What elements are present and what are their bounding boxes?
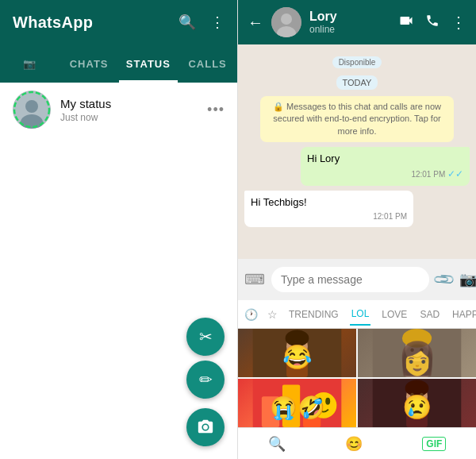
keyboard-icon[interactable]: ⌨ [244, 271, 265, 288]
status-time: Just now [60, 112, 207, 123]
gif-panel: 🕐 ☆ TRENDING LOL LOVE SAD HAPPY [238, 300, 476, 459]
scissors-fab[interactable]: ✂ [186, 318, 225, 356]
svg-point-10 [286, 330, 309, 346]
message-bubble-in: Hi Techbigs! 12:01 PM [244, 191, 413, 227]
svg-point-3 [14, 92, 49, 127]
list-item[interactable]: My status Just now ••• [0, 83, 237, 137]
status-list: My status Just now ••• [0, 83, 237, 316]
gif-tabs: 🕐 ☆ TRENDING LOL LOVE SAD HAPPY [238, 300, 476, 329]
tab-calls[interactable]: CALLS [178, 44, 237, 83]
svg-rect-30 [406, 407, 428, 427]
voice-call-icon[interactable] [425, 14, 440, 31]
status-info: My status Just now [60, 97, 207, 123]
left-header-icons: 🔍 ⋮ [178, 14, 225, 31]
chat-contact-name: Lory [309, 10, 390, 24]
tabs-bar: 📷 CHATS STATUS CALLS [0, 44, 237, 83]
svg-point-33 [420, 393, 423, 398]
svg-point-5 [281, 14, 292, 25]
svg-point-19 [420, 349, 423, 352]
chat-header: ← Lory online ⋮ [238, 0, 476, 44]
pencil-fab[interactable]: ✏ [186, 361, 225, 399]
chat-contact-info: Lory online [309, 10, 390, 35]
tab-status[interactable]: STATUS [119, 44, 178, 83]
svg-point-16 [402, 329, 432, 348]
input-bar: ⌨ 📎 📷 [238, 259, 476, 300]
svg-point-11 [291, 345, 294, 350]
video-call-icon[interactable] [398, 13, 414, 32]
message-ticks: ✓✓ [447, 168, 463, 179]
message-time: 12:01 PM [251, 211, 407, 222]
svg-point-34 [408, 398, 411, 405]
avatar [13, 91, 51, 129]
system-message[interactable]: 🔒 Messages to this chat and calls are no… [260, 96, 454, 142]
chat-body: Disponible TODAY 🔒 Messages to this chat… [238, 44, 476, 259]
svg-rect-23 [303, 399, 321, 427]
message-bubble-out: Hi Lory 12:01 PM ✓✓ [301, 147, 470, 186]
camera-input-icon[interactable]: 📷 [459, 271, 476, 288]
gif-item[interactable] [238, 329, 356, 377]
gif-grid [238, 329, 476, 427]
chat-contact-status: online [309, 24, 390, 35]
svg-point-12 [299, 345, 302, 350]
gif-item[interactable] [358, 329, 476, 377]
gif-bottom-bar: 🔍 😊 GIF [238, 427, 476, 459]
svg-rect-13 [293, 353, 301, 357]
gif-star-icon[interactable]: ☆ [267, 308, 278, 321]
message-input[interactable] [271, 267, 429, 292]
back-button[interactable]: ← [248, 14, 263, 32]
left-header: WhatsApp 🔍 ⋮ [0, 0, 237, 44]
menu-icon[interactable]: ⋮ [210, 14, 225, 31]
svg-point-18 [410, 349, 413, 352]
svg-point-15 [405, 337, 429, 363]
svg-point-35 [423, 398, 426, 405]
gif-emoji-icon[interactable]: 😊 [345, 435, 363, 453]
message-time: 12:01 PM ✓✓ [307, 168, 463, 181]
chat-header-icons: ⋮ [398, 13, 466, 32]
svg-point-24 [311, 392, 337, 418]
svg-point-31 [405, 380, 429, 396]
status-options-icon[interactable]: ••• [207, 102, 225, 118]
right-panel: ← Lory online ⋮ [238, 0, 476, 459]
gif-item[interactable] [358, 379, 476, 427]
date-badge: TODAY [244, 75, 470, 90]
gif-tab-lol[interactable]: LOL [350, 303, 371, 326]
message-text: Hi Lory [307, 152, 340, 164]
app-title: WhatsApp [13, 14, 93, 32]
svg-point-27 [316, 404, 321, 411]
svg-point-32 [410, 393, 413, 398]
tab-camera[interactable]: 📷 [0, 44, 60, 83]
gif-tab-sad[interactable]: SAD [418, 304, 441, 325]
svg-point-25 [317, 398, 322, 405]
svg-rect-21 [262, 396, 279, 427]
gif-label[interactable]: GIF [422, 437, 446, 451]
fab-area: ✂ ✏ [0, 316, 237, 459]
left-panel: WhatsApp 🔍 ⋮ 📷 CHATS STATUS CALLS [0, 0, 238, 459]
gif-tab-happy[interactable]: HAPPY [451, 304, 476, 325]
gif-clock-icon[interactable]: 🕐 [244, 308, 258, 321]
search-icon[interactable]: 🔍 [178, 14, 196, 31]
disponible-text: Disponible [332, 56, 382, 68]
svg-point-26 [325, 398, 330, 405]
chat-contact-avatar [271, 7, 301, 37]
attach-icon[interactable]: 📎 [432, 267, 456, 291]
message-text: Hi Techbigs! [251, 196, 307, 208]
camera-icon: 📷 [23, 58, 36, 70]
gif-item[interactable] [238, 379, 356, 427]
camera-fab[interactable] [186, 408, 225, 446]
status-contact-name: My status [60, 97, 207, 110]
tab-chats[interactable]: CHATS [60, 44, 119, 83]
gif-tab-trending[interactable]: TRENDING [287, 304, 340, 325]
svg-rect-17 [405, 361, 429, 377]
svg-rect-9 [286, 357, 308, 377]
disponible-badge: Disponible [244, 54, 470, 68]
gif-tab-love[interactable]: LOVE [380, 304, 409, 325]
gif-search-icon[interactable]: 🔍 [268, 435, 286, 453]
svg-rect-22 [282, 384, 300, 427]
date-text: TODAY [336, 75, 378, 90]
chat-menu-icon[interactable]: ⋮ [451, 13, 466, 32]
